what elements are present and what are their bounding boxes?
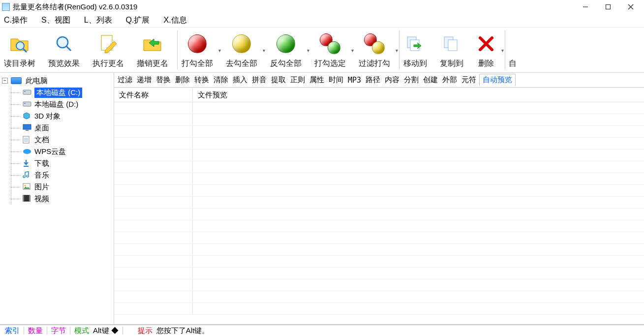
table-row[interactable] bbox=[114, 209, 193, 220]
table-row[interactable] bbox=[193, 185, 644, 197]
folder-tree[interactable]: − 此电脑 本地磁盘 (C:)本地磁盘 (D:)3D 对象桌面文档WPS云盘下载… bbox=[0, 73, 114, 324]
dropdown-icon[interactable]: ▾ bbox=[396, 47, 398, 53]
menu-operate[interactable]: C.操作 bbox=[4, 15, 28, 26]
delete-button[interactable]: 删除 ▾ bbox=[474, 28, 498, 72]
read-tree-button[interactable]: 读目录树 bbox=[2, 28, 37, 72]
table-row[interactable] bbox=[193, 232, 644, 244]
table-row[interactable] bbox=[114, 150, 193, 161]
maximize-button[interactable] bbox=[597, 0, 619, 14]
tree-item[interactable]: 视频 bbox=[1, 193, 113, 205]
table-row[interactable] bbox=[114, 291, 193, 303]
table-row[interactable] bbox=[114, 185, 193, 197]
collapse-icon[interactable]: − bbox=[2, 78, 8, 84]
tree-item[interactable]: 本地磁盘 (C:) bbox=[1, 87, 113, 98]
table-row[interactable] bbox=[114, 102, 193, 114]
table-row[interactable] bbox=[193, 268, 644, 279]
dropdown-icon[interactable]: ▾ bbox=[263, 47, 265, 53]
table-row[interactable] bbox=[193, 161, 644, 173]
tab-分割[interactable]: 分割 bbox=[402, 74, 420, 86]
copy-to-button[interactable]: 复制到 bbox=[438, 28, 465, 72]
close-button[interactable] bbox=[619, 0, 642, 14]
table-row[interactable] bbox=[114, 161, 193, 173]
table-row[interactable] bbox=[193, 126, 644, 138]
uncheck-all-button[interactable]: 去勾全部 ▾ bbox=[224, 28, 259, 72]
table-row[interactable] bbox=[114, 244, 193, 256]
tab-外部[interactable]: 外部 bbox=[441, 74, 459, 86]
check-selected-button[interactable]: 打勾选定 ▾ bbox=[312, 28, 348, 72]
tab-清除[interactable]: 清除 bbox=[212, 74, 230, 86]
table-row[interactable] bbox=[193, 220, 644, 232]
table-row[interactable] bbox=[193, 102, 644, 114]
tab-元符[interactable]: 元符 bbox=[460, 74, 478, 86]
tab-过滤[interactable]: 过滤 bbox=[116, 74, 134, 86]
table-row[interactable] bbox=[114, 303, 193, 315]
tab-提取[interactable]: 提取 bbox=[270, 74, 287, 86]
table-row[interactable] bbox=[193, 244, 644, 256]
tree-item[interactable]: 桌面 bbox=[1, 122, 113, 134]
dropdown-icon[interactable]: ▾ bbox=[307, 47, 309, 53]
tree-item[interactable]: 图片 bbox=[1, 181, 113, 193]
table-row[interactable] bbox=[193, 197, 644, 209]
tree-item[interactable]: 下载 bbox=[1, 157, 113, 169]
table-row[interactable] bbox=[114, 220, 193, 232]
tree-item[interactable]: 音乐 bbox=[1, 169, 113, 181]
tab-MP3[interactable]: MP3 bbox=[346, 75, 363, 86]
table-row[interactable] bbox=[193, 173, 644, 185]
dropdown-icon[interactable]: ▾ bbox=[218, 47, 221, 53]
tab-创建[interactable]: 创建 bbox=[422, 74, 439, 86]
menu-view[interactable]: S、视图 bbox=[41, 15, 70, 26]
tab-替换[interactable]: 替换 bbox=[154, 74, 172, 86]
preview-effect-button[interactable]: 预览效果 bbox=[46, 28, 82, 72]
tab-转换[interactable]: 转换 bbox=[193, 74, 211, 86]
auto-button[interactable]: 自 bbox=[507, 28, 518, 72]
table-row[interactable] bbox=[193, 279, 644, 291]
table-row[interactable] bbox=[193, 256, 644, 268]
invert-all-button[interactable]: 反勾全部 ▾ bbox=[268, 28, 304, 72]
table-row[interactable] bbox=[114, 173, 193, 185]
tree-item[interactable]: 本地磁盘 (D:) bbox=[1, 98, 113, 110]
menu-info[interactable]: X.信息 bbox=[163, 15, 186, 26]
table-row[interactable] bbox=[114, 268, 193, 279]
menu-extend[interactable]: Q.扩展 bbox=[126, 15, 150, 26]
tab-auto-preview[interactable]: 自动预览 bbox=[479, 74, 516, 86]
tab-内容[interactable]: 内容 bbox=[383, 74, 401, 86]
table-row[interactable] bbox=[193, 150, 644, 161]
tab-拼音[interactable]: 拼音 bbox=[250, 74, 268, 86]
file-grid[interactable]: 文件名称 文件预览 bbox=[114, 88, 644, 324]
tree-item[interactable]: 文档 bbox=[1, 134, 113, 146]
table-row[interactable] bbox=[193, 291, 644, 303]
column-filename[interactable]: 文件名称 bbox=[114, 88, 193, 102]
filter-check-button[interactable]: 过滤打勾 ▾ bbox=[357, 28, 392, 72]
minimize-button[interactable] bbox=[574, 0, 597, 14]
table-row[interactable] bbox=[114, 256, 193, 268]
dropdown-icon[interactable]: ▾ bbox=[351, 47, 354, 53]
toolbar: 读目录树 预览效果 执行更名 撤销更名 打勾全部 bbox=[0, 28, 644, 73]
table-row[interactable] bbox=[114, 114, 193, 126]
tab-递增[interactable]: 递增 bbox=[135, 74, 153, 86]
tab-正则[interactable]: 正则 bbox=[289, 74, 307, 86]
column-preview[interactable]: 文件预览 bbox=[193, 88, 644, 102]
table-row[interactable] bbox=[114, 232, 193, 244]
dropdown-icon[interactable]: ▾ bbox=[501, 47, 504, 53]
move-to-button[interactable]: 移动到 bbox=[401, 28, 429, 72]
table-row[interactable] bbox=[193, 114, 644, 126]
table-row[interactable] bbox=[193, 209, 644, 220]
table-row[interactable] bbox=[193, 138, 644, 150]
tab-属性[interactable]: 属性 bbox=[308, 74, 326, 86]
table-row[interactable] bbox=[114, 197, 193, 209]
tree-root[interactable]: − 此电脑 bbox=[1, 75, 113, 87]
table-row[interactable] bbox=[114, 138, 193, 150]
table-row[interactable] bbox=[114, 279, 193, 291]
tab-删除[interactable]: 删除 bbox=[174, 74, 191, 86]
table-row[interactable] bbox=[193, 303, 644, 315]
check-all-button[interactable]: 打勾全部 ▾ bbox=[180, 28, 215, 72]
table-row[interactable] bbox=[114, 126, 193, 138]
exec-rename-button[interactable]: 执行更名 bbox=[91, 28, 126, 72]
tree-item[interactable]: WPS云盘 bbox=[1, 146, 113, 157]
tab-路径[interactable]: 路径 bbox=[364, 74, 382, 86]
tree-item[interactable]: 3D 对象 bbox=[1, 110, 113, 122]
undo-rename-button[interactable]: 撤销更名 bbox=[135, 28, 170, 72]
tab-插入[interactable]: 插入 bbox=[231, 74, 249, 86]
menu-list[interactable]: L、列表 bbox=[84, 15, 112, 26]
tab-时间[interactable]: 时间 bbox=[327, 74, 345, 86]
